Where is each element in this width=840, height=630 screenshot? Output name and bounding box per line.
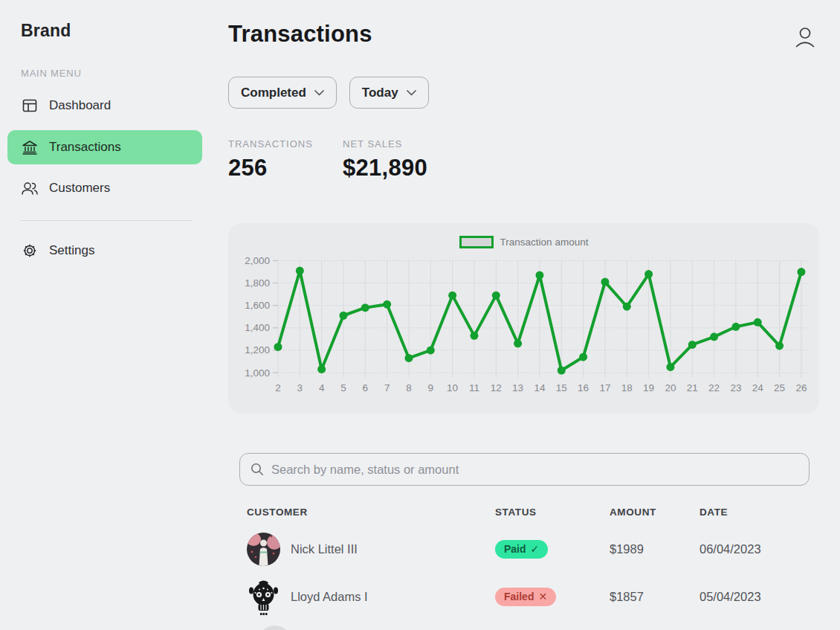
- svg-text:9: 9: [428, 382, 434, 393]
- svg-text:16: 16: [578, 382, 589, 393]
- status-badge: Paid ✓: [495, 540, 548, 559]
- stat-label: TRANSACTIONS: [228, 138, 343, 150]
- avatar: [247, 580, 280, 614]
- svg-text:4: 4: [319, 382, 325, 393]
- sidebar-item-label: Transactions: [49, 140, 121, 155]
- svg-text:1,800: 1,800: [245, 277, 270, 289]
- sidebar-section-label: MAIN MENU: [21, 68, 82, 79]
- svg-text:18: 18: [621, 382, 633, 393]
- status-filter-value: Completed: [241, 86, 306, 100]
- svg-text:25: 25: [774, 382, 785, 393]
- svg-text:1,600: 1,600: [245, 300, 270, 311]
- sidebar-item-transactions[interactable]: Transactions: [7, 130, 202, 164]
- date-filter-dropdown[interactable]: Today: [349, 77, 429, 109]
- sidebar-divider: [21, 220, 192, 221]
- svg-text:26: 26: [795, 382, 807, 393]
- dashboard-icon: [21, 97, 39, 115]
- customer-cell: Nick Littel III: [239, 533, 495, 566]
- status-text: Failed: [504, 591, 534, 602]
- status-filter-dropdown[interactable]: Completed: [228, 77, 337, 109]
- customer-cell: Lloyd Adams I: [239, 580, 495, 614]
- status-cell: Paid ✓: [495, 540, 610, 559]
- svg-text:17: 17: [599, 382, 610, 393]
- stats-row: TRANSACTIONS 256 NET SALES $21,890: [228, 138, 427, 181]
- main-content: Transactions Completed Today TRA: [228, 0, 840, 630]
- status-badge: Failed ✕: [495, 588, 556, 606]
- column-header-status: STATUS: [495, 507, 610, 518]
- stat-value: $21,890: [343, 155, 427, 181]
- amount-cell: $1857: [610, 590, 700, 604]
- date-cell: 06/04/2023: [700, 542, 810, 556]
- sidebar-item-settings[interactable]: Settings: [7, 234, 202, 268]
- sidebar-item-customers[interactable]: Customers: [7, 171, 202, 205]
- svg-text:7: 7: [384, 382, 390, 393]
- svg-text:5: 5: [340, 382, 346, 393]
- svg-text:19: 19: [643, 382, 654, 393]
- svg-text:20: 20: [665, 382, 676, 393]
- svg-text:1,200: 1,200: [245, 344, 270, 356]
- svg-text:3: 3: [297, 382, 303, 393]
- stat-value: 256: [228, 155, 343, 181]
- chevron-down-icon: [407, 90, 416, 96]
- chevron-down-icon: [314, 90, 324, 96]
- svg-text:2: 2: [275, 382, 281, 393]
- gear-icon: [21, 242, 39, 260]
- customer-name: Nick Littel III: [291, 542, 358, 556]
- table-row[interactable]: Lloyd Adams I Failed ✕ $1857 05/04/2023: [239, 573, 810, 620]
- column-header-date: DATE: [700, 507, 810, 518]
- brand-logo: Brand: [21, 21, 71, 41]
- svg-text:15: 15: [556, 382, 567, 393]
- person-icon: [794, 25, 821, 49]
- stat-transactions: TRANSACTIONS 256: [228, 138, 343, 181]
- transactions-chart-card: Transaction amount 1,0001,2001,4001,6001…: [228, 223, 819, 414]
- avatar: [247, 533, 280, 566]
- customers-icon: [21, 179, 39, 197]
- table-header: CUSTOMER STATUS AMOUNT DATE: [239, 507, 810, 518]
- amount-cell: $1989: [610, 542, 700, 556]
- svg-text:23: 23: [730, 382, 741, 393]
- svg-text:2,000: 2,000: [245, 255, 270, 266]
- search-input[interactable]: [271, 463, 798, 477]
- sidebar-item-dashboard[interactable]: Dashboard: [7, 89, 202, 123]
- sidebar-item-label: Dashboard: [49, 98, 111, 113]
- column-header-customer: CUSTOMER: [239, 507, 495, 518]
- avatar: [258, 626, 291, 630]
- svg-text:6: 6: [363, 382, 369, 393]
- status-text: Paid: [504, 543, 526, 555]
- customer-name: Lloyd Adams I: [291, 590, 368, 604]
- page-title: Transactions: [228, 21, 372, 48]
- bank-icon: [21, 138, 39, 156]
- stat-net-sales: NET SALES $21,890: [343, 138, 427, 181]
- status-cell: Failed ✕: [495, 588, 610, 606]
- filter-bar: Completed Today: [228, 77, 429, 109]
- x-icon: ✕: [538, 591, 547, 602]
- svg-text:1,000: 1,000: [245, 367, 270, 379]
- svg-text:13: 13: [512, 382, 523, 393]
- user-profile-button[interactable]: [794, 24, 821, 51]
- stat-label: NET SALES: [343, 138, 427, 150]
- table-body: Nick Littel III Paid ✓ $1989 06/04/2023: [239, 525, 810, 620]
- svg-text:1,400: 1,400: [245, 322, 270, 333]
- svg-text:24: 24: [752, 382, 764, 393]
- date-filter-value: Today: [362, 86, 398, 100]
- svg-text:12: 12: [491, 382, 502, 393]
- sidebar-item-label: Customers: [49, 181, 110, 196]
- date-cell: 05/04/2023: [700, 590, 810, 604]
- svg-text:11: 11: [469, 382, 479, 393]
- column-header-amount: AMOUNT: [610, 507, 700, 518]
- table-row[interactable]: Nick Littel III Paid ✓ $1989 06/04/2023: [239, 525, 810, 573]
- svg-text:8: 8: [406, 382, 412, 393]
- app-root: Brand MAIN MENU Dashboard Transactions C…: [0, 0, 840, 630]
- search-bar[interactable]: [239, 453, 810, 486]
- sidebar: Brand MAIN MENU Dashboard Transactions C…: [0, 0, 217, 630]
- svg-text:14: 14: [534, 382, 546, 393]
- svg-text:22: 22: [708, 382, 720, 393]
- svg-text:21: 21: [687, 382, 698, 393]
- check-icon: ✓: [531, 543, 540, 555]
- sidebar-item-label: Settings: [49, 243, 94, 258]
- search-icon: [251, 463, 264, 476]
- svg-text:10: 10: [447, 382, 458, 393]
- transaction-amount-line-chart: 1,0001,2001,4001,6001,8002,0002345678910…: [228, 223, 819, 414]
